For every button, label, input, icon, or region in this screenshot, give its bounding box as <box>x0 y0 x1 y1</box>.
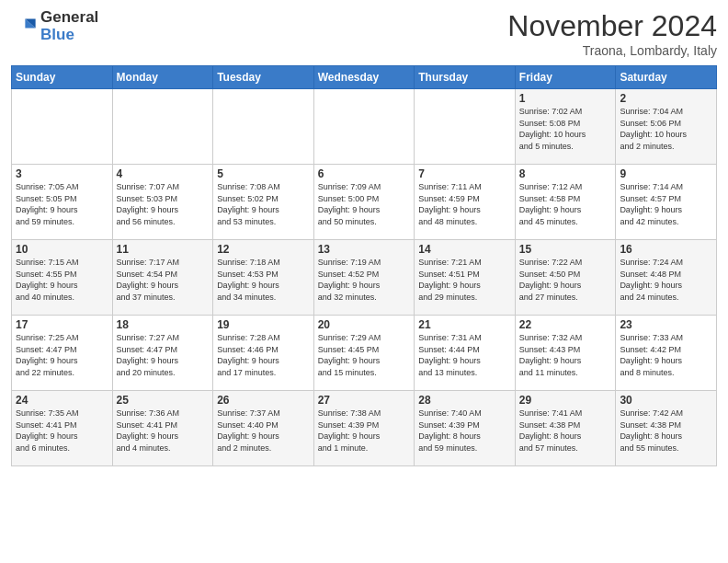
calendar-cell: 2Sunrise: 7:04 AM Sunset: 5:06 PM Daylig… <box>616 89 717 165</box>
day-number: 2 <box>620 92 712 105</box>
calendar-cell: 21Sunrise: 7:31 AM Sunset: 4:44 PM Dayli… <box>415 316 516 391</box>
day-number: 23 <box>620 318 712 331</box>
day-info: Sunrise: 7:17 AM Sunset: 4:54 PM Dayligh… <box>117 257 210 303</box>
day-number: 10 <box>16 243 108 256</box>
day-number: 4 <box>117 167 210 180</box>
calendar-cell: 7Sunrise: 7:11 AM Sunset: 4:59 PM Daylig… <box>415 165 516 240</box>
day-header-monday: Monday <box>112 66 213 89</box>
day-number: 15 <box>519 243 612 256</box>
day-number: 24 <box>16 394 108 407</box>
calendar-cell: 1Sunrise: 7:02 AM Sunset: 5:08 PM Daylig… <box>515 89 616 165</box>
calendar-cell: 9Sunrise: 7:14 AM Sunset: 4:57 PM Daylig… <box>616 165 717 240</box>
calendar-cell: 28Sunrise: 7:40 AM Sunset: 4:39 PM Dayli… <box>415 391 516 466</box>
day-info: Sunrise: 7:09 AM Sunset: 5:00 PM Dayligh… <box>318 181 411 227</box>
days-header-row: SundayMondayTuesdayWednesdayThursdayFrid… <box>12 66 717 89</box>
week-row-0: 1Sunrise: 7:02 AM Sunset: 5:08 PM Daylig… <box>12 89 717 165</box>
day-info: Sunrise: 7:02 AM Sunset: 5:08 PM Dayligh… <box>519 106 612 152</box>
calendar-cell <box>12 89 113 165</box>
day-number: 16 <box>620 243 712 256</box>
calendar-cell: 6Sunrise: 7:09 AM Sunset: 5:00 PM Daylig… <box>313 165 415 240</box>
day-info: Sunrise: 7:28 AM Sunset: 4:46 PM Dayligh… <box>217 332 310 378</box>
day-info: Sunrise: 7:38 AM Sunset: 4:39 PM Dayligh… <box>318 408 411 454</box>
calendar-cell: 13Sunrise: 7:19 AM Sunset: 4:52 PM Dayli… <box>313 240 415 316</box>
calendar-cell: 16Sunrise: 7:24 AM Sunset: 4:48 PM Dayli… <box>616 240 717 316</box>
day-number: 26 <box>217 394 310 407</box>
logo-text: General Blue <box>40 9 98 43</box>
day-info: Sunrise: 7:33 AM Sunset: 4:42 PM Dayligh… <box>620 332 712 378</box>
day-info: Sunrise: 7:15 AM Sunset: 4:55 PM Dayligh… <box>16 257 108 303</box>
page-container: General Blue November 2024 Traona, Lomba… <box>0 0 728 474</box>
calendar-cell: 17Sunrise: 7:25 AM Sunset: 4:47 PM Dayli… <box>12 316 113 391</box>
day-info: Sunrise: 7:05 AM Sunset: 5:05 PM Dayligh… <box>16 181 108 227</box>
title-block: November 2024 Traona, Lombardy, Italy <box>507 9 717 58</box>
calendar-cell: 24Sunrise: 7:35 AM Sunset: 4:41 PM Dayli… <box>12 391 113 466</box>
day-info: Sunrise: 7:21 AM Sunset: 4:51 PM Dayligh… <box>418 257 511 303</box>
day-info: Sunrise: 7:14 AM Sunset: 4:57 PM Dayligh… <box>620 181 712 227</box>
day-number: 20 <box>318 318 411 331</box>
day-number: 13 <box>318 243 411 256</box>
day-number: 8 <box>519 167 612 180</box>
calendar-cell: 29Sunrise: 7:41 AM Sunset: 4:38 PM Dayli… <box>515 391 616 466</box>
calendar-cell: 15Sunrise: 7:22 AM Sunset: 4:50 PM Dayli… <box>515 240 616 316</box>
day-info: Sunrise: 7:31 AM Sunset: 4:44 PM Dayligh… <box>418 332 511 378</box>
calendar-cell: 22Sunrise: 7:32 AM Sunset: 4:43 PM Dayli… <box>515 316 616 391</box>
week-row-4: 24Sunrise: 7:35 AM Sunset: 4:41 PM Dayli… <box>12 391 717 466</box>
logo-icon <box>11 14 37 40</box>
day-header-friday: Friday <box>515 66 616 89</box>
calendar-cell: 19Sunrise: 7:28 AM Sunset: 4:46 PM Dayli… <box>213 316 314 391</box>
calendar-cell <box>415 89 516 165</box>
day-number: 11 <box>117 243 210 256</box>
calendar-cell: 11Sunrise: 7:17 AM Sunset: 4:54 PM Dayli… <box>112 240 213 316</box>
day-info: Sunrise: 7:07 AM Sunset: 5:03 PM Dayligh… <box>117 181 210 227</box>
header: General Blue November 2024 Traona, Lomba… <box>11 9 717 58</box>
calendar-cell: 26Sunrise: 7:37 AM Sunset: 4:40 PM Dayli… <box>213 391 314 466</box>
day-info: Sunrise: 7:27 AM Sunset: 4:47 PM Dayligh… <box>117 332 210 378</box>
day-number: 27 <box>318 394 411 407</box>
week-row-1: 3Sunrise: 7:05 AM Sunset: 5:05 PM Daylig… <box>12 165 717 240</box>
day-info: Sunrise: 7:18 AM Sunset: 4:53 PM Dayligh… <box>217 257 310 303</box>
calendar-cell: 5Sunrise: 7:08 AM Sunset: 5:02 PM Daylig… <box>213 165 314 240</box>
calendar-table: SundayMondayTuesdayWednesdayThursdayFrid… <box>11 65 717 466</box>
calendar-cell: 14Sunrise: 7:21 AM Sunset: 4:51 PM Dayli… <box>415 240 516 316</box>
day-number: 21 <box>418 318 511 331</box>
day-number: 29 <box>519 394 612 407</box>
day-number: 28 <box>418 394 511 407</box>
day-number: 7 <box>418 167 511 180</box>
calendar-cell: 4Sunrise: 7:07 AM Sunset: 5:03 PM Daylig… <box>112 165 213 240</box>
day-header-tuesday: Tuesday <box>213 66 314 89</box>
calendar-cell: 10Sunrise: 7:15 AM Sunset: 4:55 PM Dayli… <box>12 240 113 316</box>
day-info: Sunrise: 7:04 AM Sunset: 5:06 PM Dayligh… <box>620 106 712 152</box>
day-number: 12 <box>217 243 310 256</box>
day-info: Sunrise: 7:08 AM Sunset: 5:02 PM Dayligh… <box>217 181 310 227</box>
day-number: 1 <box>519 92 612 105</box>
logo: General Blue <box>11 9 98 43</box>
day-info: Sunrise: 7:29 AM Sunset: 4:45 PM Dayligh… <box>318 332 411 378</box>
day-number: 9 <box>620 167 712 180</box>
calendar-cell <box>213 89 314 165</box>
day-header-wednesday: Wednesday <box>313 66 415 89</box>
day-info: Sunrise: 7:24 AM Sunset: 4:48 PM Dayligh… <box>620 257 712 303</box>
month-title: November 2024 <box>507 9 717 43</box>
day-info: Sunrise: 7:19 AM Sunset: 4:52 PM Dayligh… <box>318 257 411 303</box>
day-info: Sunrise: 7:12 AM Sunset: 4:58 PM Dayligh… <box>519 181 612 227</box>
calendar-cell: 8Sunrise: 7:12 AM Sunset: 4:58 PM Daylig… <box>515 165 616 240</box>
calendar-cell: 30Sunrise: 7:42 AM Sunset: 4:38 PM Dayli… <box>616 391 717 466</box>
day-info: Sunrise: 7:41 AM Sunset: 4:38 PM Dayligh… <box>519 408 612 454</box>
calendar-cell: 25Sunrise: 7:36 AM Sunset: 4:41 PM Dayli… <box>112 391 213 466</box>
day-info: Sunrise: 7:37 AM Sunset: 4:40 PM Dayligh… <box>217 408 310 454</box>
day-info: Sunrise: 7:25 AM Sunset: 4:47 PM Dayligh… <box>16 332 108 378</box>
day-number: 25 <box>117 394 210 407</box>
day-number: 22 <box>519 318 612 331</box>
day-header-thursday: Thursday <box>415 66 516 89</box>
calendar-cell: 3Sunrise: 7:05 AM Sunset: 5:05 PM Daylig… <box>12 165 113 240</box>
calendar-cell: 20Sunrise: 7:29 AM Sunset: 4:45 PM Dayli… <box>313 316 415 391</box>
day-number: 30 <box>620 394 712 407</box>
day-number: 18 <box>117 318 210 331</box>
location: Traona, Lombardy, Italy <box>507 43 717 58</box>
day-number: 5 <box>217 167 310 180</box>
day-header-sunday: Sunday <box>12 66 113 89</box>
day-number: 6 <box>318 167 411 180</box>
day-number: 3 <box>16 167 108 180</box>
calendar-cell: 27Sunrise: 7:38 AM Sunset: 4:39 PM Dayli… <box>313 391 415 466</box>
day-info: Sunrise: 7:40 AM Sunset: 4:39 PM Dayligh… <box>418 408 511 454</box>
